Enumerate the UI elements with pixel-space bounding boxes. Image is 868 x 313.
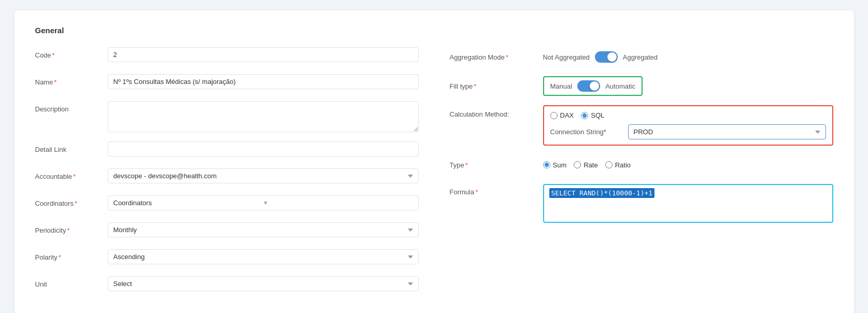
formula-highlight: SELECT RAND()*(10000-1)+1 (549, 188, 655, 198)
connection-string-row: Connection String* PROD DEV TEST (550, 124, 826, 139)
main-card: General Code* Name* (15, 10, 854, 313)
fill-type-row: Fill type* Manual Automatic (450, 76, 833, 96)
formula-textarea-wrap: SELECT RAND()*(10000-1)+1 (543, 184, 833, 223)
unit-label: Unit (35, 276, 108, 288)
connection-string-select[interactable]: PROD DEV TEST (628, 124, 826, 139)
unit-select[interactable]: Select (108, 276, 419, 291)
type-radio-group: Sum Rate Ratio (543, 161, 631, 169)
periodicity-label: Periodicity* (35, 222, 108, 234)
code-row: Code* (35, 47, 419, 67)
code-input[interactable] (108, 47, 419, 62)
fill-type-control: Manual Automatic (543, 76, 833, 96)
calc-method-box: DAX SQL Connection String* (543, 105, 833, 146)
formula-label: Formula* (450, 184, 543, 196)
unit-input-wrap: Select (108, 276, 419, 291)
calc-method-control: DAX SQL Connection String* (543, 105, 833, 146)
periodicity-select[interactable]: Monthly Weekly Yearly (108, 222, 419, 237)
formula-control: SELECT RAND()*(10000-1)+1 (543, 184, 833, 223)
aggregation-toggle-slider (595, 51, 618, 63)
detail-link-input[interactable] (108, 141, 419, 156)
detail-link-input-wrap (108, 141, 419, 156)
fill-type-toggle-slider (577, 80, 600, 92)
type-rate-radio[interactable] (574, 161, 581, 168)
right-column: Aggregation Mode* Not Aggregated Aggrega… (450, 47, 833, 313)
accountable-select[interactable]: devscope - devscope@health.com (108, 168, 419, 183)
name-row: Name* (35, 74, 419, 94)
type-row: Type* Sum Rate Rati (450, 155, 833, 175)
unit-row: Unit Select (35, 276, 419, 296)
coordinators-arrow-icon: ▼ (263, 200, 413, 206)
aggregation-toggle-group: Not Aggregated Aggregated (543, 51, 658, 63)
calc-dax-radio[interactable] (550, 112, 558, 119)
type-ratio-radio[interactable] (605, 161, 613, 168)
fill-type-toggle[interactable] (577, 80, 600, 92)
detail-link-row: Detail Link (35, 141, 419, 161)
calc-sql-radio[interactable] (581, 112, 588, 119)
formula-display: SELECT RAND()*(10000-1)+1 (544, 185, 832, 201)
periodicity-input-wrap: Monthly Weekly Yearly (108, 222, 419, 237)
description-label: Description (35, 101, 108, 113)
calc-dax-option[interactable]: DAX (550, 111, 574, 119)
fill-type-box: Manual Automatic (543, 76, 643, 96)
coordinators-input-wrap: Coordinators ▼ (108, 195, 419, 210)
periodicity-row: Periodicity* Monthly Weekly Yearly (35, 222, 419, 242)
coordinators-dropdown[interactable]: Coordinators ▼ (108, 195, 419, 210)
name-input[interactable] (108, 74, 419, 89)
not-aggregated-label: Not Aggregated (543, 53, 590, 61)
fill-type-manual-label: Manual (550, 82, 573, 90)
formula-row: Formula* SELECT RAND()*(10000-1)+1 (450, 184, 833, 223)
type-label: Type* (450, 161, 543, 169)
connection-string-label: Connection String* (550, 128, 623, 136)
accountable-row: Accountable* devscope - devscope@health.… (35, 168, 419, 188)
polarity-label: Polarity* (35, 249, 108, 261)
name-label: Name* (35, 74, 108, 86)
form-grid: Code* Name* Description (35, 47, 833, 313)
detail-link-label: Detail Link (35, 141, 108, 153)
accountable-input-wrap: devscope - devscope@health.com (108, 168, 419, 183)
type-control: Sum Rate Ratio (543, 161, 833, 169)
calc-sql-option[interactable]: SQL (581, 111, 604, 119)
aggregation-control: Not Aggregated Aggregated (543, 51, 833, 63)
calc-method-row: Calculation Method: DAX SQL (450, 105, 833, 146)
polarity-input-wrap: Ascending Descending (108, 249, 419, 264)
calc-method-radio-group: DAX SQL (550, 111, 826, 119)
aggregation-toggle[interactable] (595, 51, 618, 63)
type-rate-option[interactable]: Rate (574, 161, 597, 169)
left-column: Code* Name* Description (35, 47, 419, 313)
section-title: General (35, 26, 833, 35)
accountable-label: Accountable* (35, 168, 108, 180)
fill-type-automatic-label: Automatic (605, 82, 635, 90)
aggregation-label: Aggregation Mode* (450, 53, 543, 61)
code-label: Code* (35, 47, 108, 59)
aggregated-label: Aggregated (623, 53, 658, 61)
name-input-wrap (108, 74, 419, 89)
aggregation-row: Aggregation Mode* Not Aggregated Aggrega… (450, 47, 833, 67)
type-ratio-option[interactable]: Ratio (605, 161, 631, 169)
polarity-row: Polarity* Ascending Descending (35, 249, 419, 269)
description-row: Description (35, 101, 419, 134)
description-textarea[interactable] (108, 101, 419, 132)
fill-type-label: Fill type* (450, 82, 543, 90)
coordinators-row: Coordinators* Coordinators ▼ (35, 195, 419, 215)
coordinators-label: Coordinators* (35, 195, 108, 207)
description-input-wrap (108, 101, 419, 134)
type-sum-option[interactable]: Sum (543, 161, 567, 169)
code-input-wrap (108, 47, 419, 62)
polarity-select[interactable]: Ascending Descending (108, 249, 419, 264)
calc-method-label: Calculation Method: (450, 105, 543, 118)
type-sum-radio[interactable] (543, 161, 550, 168)
